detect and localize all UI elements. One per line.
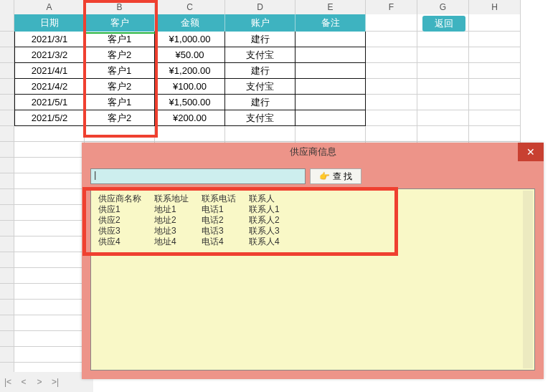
- empty-cell[interactable]: [417, 63, 469, 79]
- empty-cell[interactable]: [14, 221, 85, 236]
- sheet-first-button[interactable]: |<: [0, 374, 16, 390]
- list-item[interactable]: 供应1地址1电话1联系人1: [98, 204, 293, 215]
- cell[interactable]: 建行: [225, 95, 295, 110]
- row-number[interactable]: [0, 95, 14, 110]
- cell[interactable]: ¥200.00: [155, 110, 225, 126]
- empty-cell[interactable]: [417, 95, 469, 110]
- row-number[interactable]: [0, 252, 14, 268]
- empty-cell[interactable]: [14, 173, 85, 189]
- cell[interactable]: [295, 47, 366, 63]
- row-number[interactable]: [0, 14, 14, 32]
- row-number[interactable]: [0, 47, 14, 63]
- cell[interactable]: 2021/5/2: [14, 110, 85, 126]
- empty-cell[interactable]: [469, 63, 521, 79]
- empty-cell[interactable]: [366, 47, 417, 63]
- cell[interactable]: 客户2: [85, 79, 155, 95]
- row-number[interactable]: [0, 315, 14, 331]
- empty-cell[interactable]: [366, 126, 417, 142]
- empty-cell[interactable]: [225, 126, 295, 142]
- row-number[interactable]: [0, 32, 14, 47]
- empty-cell[interactable]: [366, 14, 417, 32]
- empty-cell[interactable]: [469, 110, 521, 126]
- col-letter[interactable]: A: [14, 0, 85, 14]
- cell[interactable]: ¥100.00: [155, 79, 225, 95]
- empty-cell[interactable]: [417, 110, 469, 126]
- cell[interactable]: 客户2: [85, 47, 155, 63]
- cell[interactable]: [295, 110, 366, 126]
- col-letter[interactable]: F: [366, 0, 417, 14]
- empty-cell[interactable]: [14, 315, 85, 331]
- row-number[interactable]: [0, 173, 14, 189]
- cell[interactable]: [295, 32, 366, 47]
- empty-cell[interactable]: [417, 32, 469, 47]
- empty-cell[interactable]: [469, 79, 521, 95]
- row-number[interactable]: [0, 126, 14, 142]
- row-number[interactable]: [0, 158, 14, 173]
- empty-cell[interactable]: [14, 252, 85, 268]
- search-button[interactable]: 👉 查 找: [310, 168, 361, 184]
- cell[interactable]: 2021/5/1: [14, 95, 85, 110]
- cell[interactable]: ¥1,200.00: [155, 63, 225, 79]
- col-letter[interactable]: B: [85, 0, 155, 14]
- empty-cell[interactable]: [14, 205, 85, 221]
- row-number[interactable]: [0, 236, 14, 252]
- empty-cell[interactable]: [14, 158, 85, 173]
- empty-cell[interactable]: [295, 126, 366, 142]
- sheet-prev-button[interactable]: <: [16, 374, 32, 390]
- row-number[interactable]: [0, 221, 14, 236]
- listbox-scrollbar[interactable]: [523, 191, 533, 368]
- sheet-next-button[interactable]: >: [32, 374, 47, 390]
- row-number[interactable]: [0, 347, 14, 363]
- empty-cell[interactable]: [469, 32, 521, 47]
- cell[interactable]: 2021/3/2: [14, 47, 85, 63]
- list-item[interactable]: 供应4地址4电话4联系人4: [98, 236, 293, 247]
- cell[interactable]: 客户1: [85, 63, 155, 79]
- col-letter[interactable]: H: [469, 0, 521, 14]
- cell[interactable]: 2021/4/1: [14, 63, 85, 79]
- empty-cell[interactable]: [14, 300, 85, 315]
- empty-cell[interactable]: [469, 95, 521, 110]
- empty-cell[interactable]: [14, 284, 85, 300]
- cell[interactable]: 建行: [225, 63, 295, 79]
- empty-cell[interactable]: [417, 79, 469, 95]
- cell[interactable]: ¥50.00: [155, 47, 225, 63]
- list-item[interactable]: 供应3地址3电话3联系人3: [98, 226, 293, 236]
- dialog-titlebar[interactable]: 供应商信息 ✕: [82, 143, 544, 161]
- cell[interactable]: [295, 95, 366, 110]
- col-letter[interactable]: D: [225, 0, 295, 14]
- cell[interactable]: 支付宝: [225, 47, 295, 63]
- return-button[interactable]: 返回: [422, 16, 465, 32]
- cell[interactable]: 客户2: [85, 110, 155, 126]
- row-number[interactable]: [0, 63, 14, 79]
- cell[interactable]: ¥1,500.00: [155, 95, 225, 110]
- col-letter[interactable]: E: [295, 0, 366, 14]
- empty-cell[interactable]: [366, 79, 417, 95]
- row-number[interactable]: [0, 79, 14, 95]
- cell[interactable]: 客户1: [85, 32, 155, 47]
- empty-cell[interactable]: [469, 126, 521, 142]
- col-letter[interactable]: G: [417, 0, 469, 14]
- cell[interactable]: ¥1,000.00: [155, 32, 225, 47]
- row-number[interactable]: [0, 284, 14, 300]
- cell[interactable]: 支付宝: [225, 110, 295, 126]
- row-number[interactable]: [0, 205, 14, 221]
- cell[interactable]: 建行: [225, 32, 295, 47]
- empty-cell[interactable]: [469, 47, 521, 63]
- col-letter[interactable]: C: [155, 0, 225, 14]
- cell[interactable]: 2021/3/1: [14, 32, 85, 47]
- empty-cell[interactable]: [366, 63, 417, 79]
- empty-cell[interactable]: [14, 126, 85, 142]
- empty-cell[interactable]: [366, 95, 417, 110]
- row-number[interactable]: [0, 268, 14, 284]
- empty-cell[interactable]: [417, 47, 469, 63]
- cell[interactable]: [295, 63, 366, 79]
- row-number[interactable]: [0, 142, 14, 158]
- empty-cell[interactable]: [14, 189, 85, 205]
- supplier-listbox[interactable]: 供应商名称 联系地址 联系电话 联系人 供应1地址1电话1联系人1供应2地址2电…: [90, 188, 535, 371]
- row-number[interactable]: [0, 110, 14, 126]
- empty-cell[interactable]: [469, 14, 521, 32]
- empty-cell[interactable]: [14, 268, 85, 284]
- empty-cell[interactable]: [14, 236, 85, 252]
- close-button[interactable]: ✕: [518, 143, 544, 161]
- empty-cell[interactable]: [417, 126, 469, 142]
